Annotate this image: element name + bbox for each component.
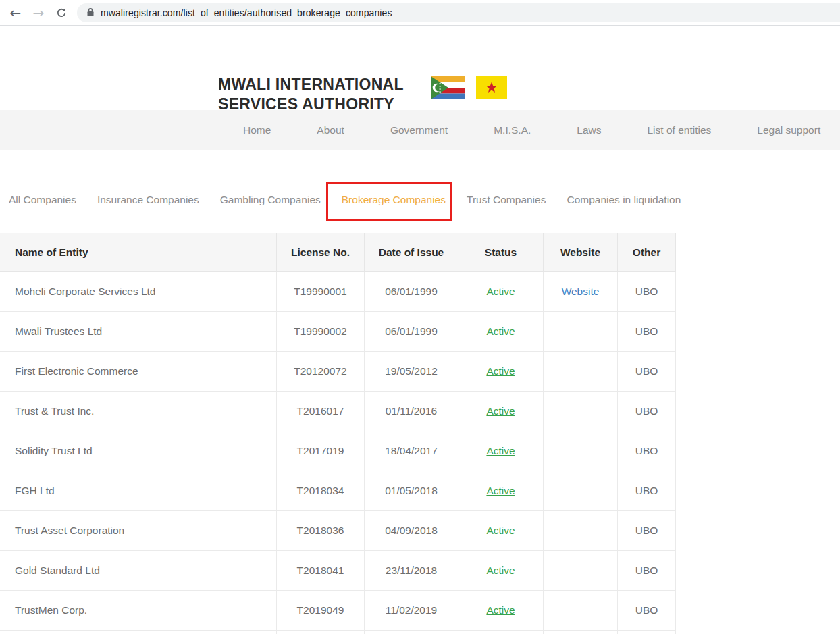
entity-name-cell: TrustMen Corp.: [0, 591, 277, 631]
license-cell: T2018036: [277, 511, 365, 551]
table-row: Gold Standard LtdT201804123/11/2018Activ…: [0, 551, 676, 591]
website-cell: [544, 431, 618, 471]
empty-cell: [0, 631, 277, 634]
license-cell: T2018041: [277, 551, 365, 591]
nav-item-government[interactable]: Government: [390, 124, 448, 136]
tab-brokerage-companies[interactable]: Brokerage Companies: [335, 182, 452, 220]
table-row-partial: [0, 631, 676, 634]
tab-companies-in-liquidation[interactable]: Companies in liquidation: [560, 182, 687, 220]
nav-item-home[interactable]: Home: [243, 124, 271, 136]
entity-tabs: All CompaniesInsurance CompaniesGambling…: [2, 182, 687, 220]
tab-gambling-companies[interactable]: Gambling Companies: [213, 182, 327, 220]
empty-cell: [544, 631, 618, 634]
website-link[interactable]: Website: [562, 286, 600, 298]
tab-trust-companies[interactable]: Trust Companies: [460, 182, 552, 220]
entity-name-cell: Gold Standard Ltd: [0, 551, 277, 591]
website-cell: Website: [544, 272, 618, 312]
table-header-row: Name of EntityLicense No.Date of IssueSt…: [0, 233, 676, 272]
status-cell: Active: [458, 431, 544, 471]
status-link[interactable]: Active: [486, 405, 515, 417]
column-header-other: Other: [618, 233, 676, 272]
empty-cell: [458, 631, 544, 634]
reload-icon[interactable]: [54, 5, 69, 21]
ubo-cell: UBO: [618, 312, 676, 352]
date-cell: 18/04/2017: [365, 431, 458, 471]
entity-table: Name of EntityLicense No.Date of IssueSt…: [0, 233, 676, 634]
ubo-cell: UBO: [618, 471, 676, 511]
status-link[interactable]: Active: [486, 525, 515, 537]
license-cell: T19990002: [277, 312, 365, 352]
column-header-date-of-issue: Date of Issue: [365, 233, 458, 272]
nav-item-list-of-entities[interactable]: List of entities: [647, 124, 711, 136]
empty-cell: [365, 631, 458, 634]
website-cell: [544, 551, 618, 591]
site-header: MWALI INTERNATIONAL SERVICES AUTHORITY: [0, 26, 840, 110]
status-link[interactable]: Active: [486, 445, 515, 457]
status-link[interactable]: Active: [486, 365, 515, 377]
main-nav: HomeAboutGovernmentM.I.S.A.LawsList of e…: [0, 110, 840, 150]
date-cell: 04/09/2018: [365, 511, 458, 551]
status-cell: Active: [458, 312, 544, 352]
nav-item-legal-support[interactable]: Legal support: [757, 124, 820, 136]
site-title-line1: MWALI INTERNATIONAL: [218, 75, 404, 95]
entity-name-cell: FGH Ltd: [0, 471, 277, 511]
status-link[interactable]: Active: [486, 604, 515, 616]
tab-all-companies[interactable]: All Companies: [2, 182, 83, 220]
ubo-cell: UBO: [618, 511, 676, 551]
status-link[interactable]: Active: [486, 564, 515, 577]
back-icon[interactable]: ←: [8, 5, 23, 21]
license-cell: T2019049: [277, 591, 365, 631]
forward-icon[interactable]: →: [31, 5, 46, 21]
column-header-website: Website: [544, 233, 618, 272]
ubo-cell: UBO: [618, 431, 676, 471]
tab-insurance-companies[interactable]: Insurance Companies: [90, 182, 206, 220]
date-cell: 06/01/1999: [365, 272, 458, 312]
status-cell: Active: [458, 551, 544, 591]
empty-cell: [277, 631, 365, 634]
entity-name-cell: Trust Asset Corporation: [0, 511, 277, 551]
entity-name-cell: Mwali Trustees Ltd: [0, 312, 277, 352]
nav-item-laws[interactable]: Laws: [577, 124, 601, 136]
license-cell: T19990001: [277, 272, 365, 312]
license-cell: T2017019: [277, 431, 365, 471]
mwali-flag-icon: [476, 76, 507, 99]
table-row: TrustMen Corp.T201904911/02/2019ActiveUB…: [0, 591, 676, 631]
license-cell: T20120072: [277, 352, 365, 392]
ubo-cell: UBO: [618, 392, 676, 431]
status-cell: Active: [458, 352, 544, 392]
table-row: Trust & Trust Inc.T201601701/11/2016Acti…: [0, 392, 676, 431]
status-link[interactable]: Active: [486, 286, 515, 298]
nav-item-m-i-s-a[interactable]: M.I.S.A.: [494, 124, 531, 136]
nav-item-about[interactable]: About: [317, 124, 344, 136]
website-cell: [544, 511, 618, 551]
table-row: Moheli Corporate Services LtdT1999000106…: [0, 272, 676, 312]
reload-icon-glyph: [55, 7, 68, 19]
ubo-cell: UBO: [618, 591, 676, 631]
browser-toolbar: ← → mwaliregistrar.com/list_of_entities/…: [0, 0, 840, 26]
column-header-license-no: License No.: [277, 233, 365, 272]
status-cell: Active: [458, 272, 544, 312]
url-bar[interactable]: mwaliregistrar.com/list_of_entities/auth…: [77, 3, 840, 22]
website-cell: [544, 471, 618, 511]
table-row: Trust Asset CorporationT201803604/09/201…: [0, 511, 676, 551]
status-cell: Active: [458, 511, 544, 551]
ubo-cell: UBO: [618, 352, 676, 392]
status-link[interactable]: Active: [486, 325, 515, 338]
table-row: Solidity Trust LtdT201701918/04/2017Acti…: [0, 431, 676, 471]
url-text: mwaliregistrar.com/list_of_entities/auth…: [101, 7, 392, 18]
empty-cell: [618, 631, 676, 634]
entity-name-cell: Moheli Corporate Services Ltd: [0, 272, 277, 312]
date-cell: 23/11/2018: [365, 551, 458, 591]
status-link[interactable]: Active: [486, 485, 515, 497]
website-cell: [544, 352, 618, 392]
date-cell: 01/11/2016: [365, 392, 458, 431]
website-cell: [544, 312, 618, 352]
table-row: Mwali Trustees LtdT1999000206/01/1999Act…: [0, 312, 676, 352]
status-cell: Active: [458, 392, 544, 431]
entity-name-cell: Solidity Trust Ltd: [0, 431, 277, 471]
status-cell: Active: [458, 471, 544, 511]
table-row: FGH LtdT201803401/05/2018ActiveUBO: [0, 471, 676, 511]
website-cell: [544, 591, 618, 631]
site-title: MWALI INTERNATIONAL SERVICES AUTHORITY: [218, 75, 404, 114]
date-cell: 11/02/2019: [365, 591, 458, 631]
